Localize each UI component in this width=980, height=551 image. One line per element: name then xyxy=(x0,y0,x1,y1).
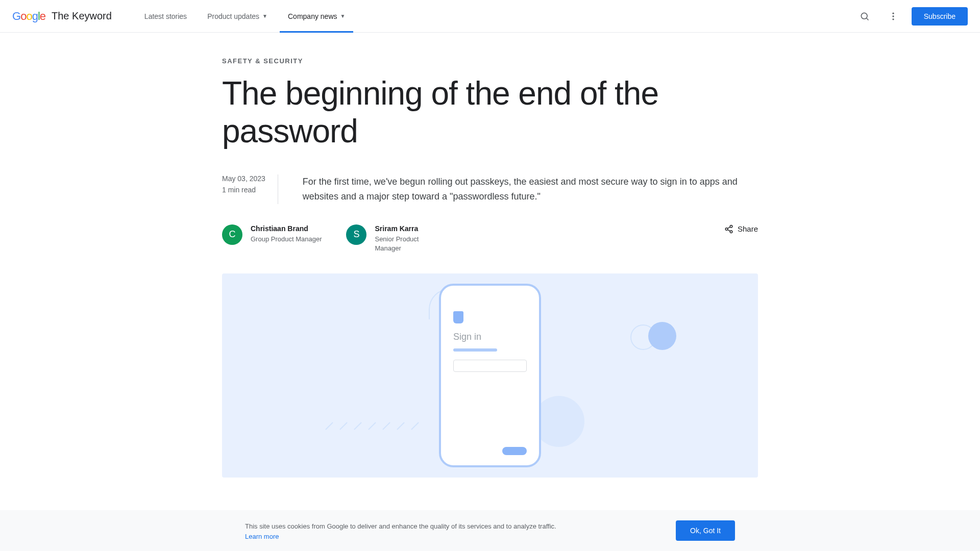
search-button[interactable] xyxy=(854,6,875,27)
nav-label: Latest stories xyxy=(144,12,187,20)
author: S Sriram Karra Senior Product Manager xyxy=(346,224,446,253)
nav-product-updates[interactable]: Product updates ▼ xyxy=(199,0,276,33)
logo-group[interactable]: Google The Keyword xyxy=(12,10,112,23)
shield-icon xyxy=(453,311,463,323)
svg-point-6 xyxy=(725,228,728,231)
authors-list: C Christiaan Brand Group Product Manager… xyxy=(222,224,446,253)
read-time: 1 min read xyxy=(222,186,265,194)
svg-point-5 xyxy=(730,225,732,228)
chevron-down-icon: ▼ xyxy=(262,13,267,19)
hero-image: Sign in xyxy=(222,273,758,478)
site-header: Google The Keyword Latest stories Produc… xyxy=(0,0,980,33)
author-info: Sriram Karra Senior Product Manager xyxy=(375,224,446,253)
main-nav: Latest stories Product updates ▼ Company… xyxy=(136,0,354,33)
article-content: SAFETY & SECURITY The beginning of the e… xyxy=(222,33,758,478)
article-summary: For the first time, we've begun rolling … xyxy=(303,174,758,204)
author-name: Christiaan Brand xyxy=(251,224,322,233)
article-title: The beginning of the end of the password xyxy=(222,75,758,150)
author-info: Christiaan Brand Group Product Manager xyxy=(251,224,322,244)
decoration-blob xyxy=(533,396,584,447)
nav-latest-stories[interactable]: Latest stories xyxy=(136,0,195,33)
share-label: Share xyxy=(738,224,758,233)
svg-line-1 xyxy=(866,18,868,20)
decoration-circle xyxy=(648,322,676,350)
article-category[interactable]: SAFETY & SECURITY xyxy=(222,57,758,65)
nav-label: Company news xyxy=(288,12,337,20)
svg-line-9 xyxy=(727,230,730,231)
author-role: Senior Product Manager xyxy=(375,235,446,253)
article-meta: May 03, 2023 1 min read For the first ti… xyxy=(222,174,758,204)
author: C Christiaan Brand Group Product Manager xyxy=(222,224,322,253)
decoration-input xyxy=(453,360,527,372)
date-block: May 03, 2023 1 min read xyxy=(222,174,278,204)
svg-point-3 xyxy=(892,15,894,17)
site-name: The Keyword xyxy=(52,10,112,22)
svg-point-2 xyxy=(892,12,894,14)
more-vert-icon xyxy=(888,11,898,21)
svg-point-0 xyxy=(861,13,867,19)
authors-row: C Christiaan Brand Group Product Manager… xyxy=(222,224,758,253)
chevron-down-icon: ▼ xyxy=(340,13,346,19)
signin-text: Sign in xyxy=(453,332,527,342)
search-icon xyxy=(860,11,870,21)
share-icon xyxy=(724,224,733,234)
avatar: C xyxy=(222,224,242,245)
header-actions: Subscribe xyxy=(854,6,968,27)
phone-illustration: Sign in xyxy=(439,284,541,467)
decoration-button xyxy=(502,447,527,455)
nav-company-news[interactable]: Company news ▼ xyxy=(280,0,353,33)
decoration-lines xyxy=(324,425,420,427)
more-button[interactable] xyxy=(883,6,903,27)
author-name: Sriram Karra xyxy=(375,224,446,233)
decoration-bar xyxy=(453,348,497,352)
svg-point-4 xyxy=(892,18,894,20)
avatar: S xyxy=(346,224,366,245)
subscribe-button[interactable]: Subscribe xyxy=(912,7,968,26)
author-role: Group Product Manager xyxy=(251,235,322,244)
nav-label: Product updates xyxy=(207,12,259,20)
share-button[interactable]: Share xyxy=(724,224,758,234)
svg-point-7 xyxy=(730,231,732,233)
svg-line-8 xyxy=(727,227,730,229)
publish-date: May 03, 2023 xyxy=(222,174,265,183)
google-logo: Google xyxy=(12,10,45,23)
